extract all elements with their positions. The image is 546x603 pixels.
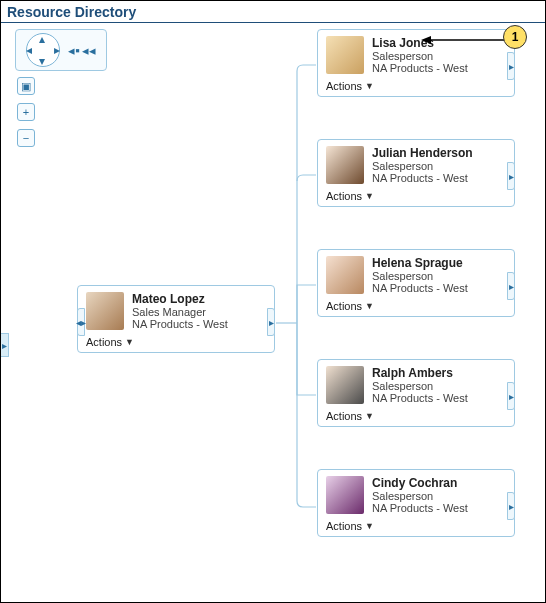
collapse-double-icon: ◂◂ [82,43,96,58]
expand-right-handle[interactable]: ▸ [507,492,515,520]
expand-right-handle[interactable]: ▸ [507,162,515,190]
person-location: NA Products - West [372,282,506,294]
chevron-right-icon: ▸ [509,281,514,292]
person-name: Lisa Jones [372,36,506,50]
panel-collapse-handle[interactable]: ▸ [1,333,9,357]
actions-label: Actions [326,80,362,92]
chevron-right-icon: ▸ [509,61,514,72]
person-role: Salesperson [372,270,506,282]
avatar [326,476,364,514]
pan-right-icon: ▸ [54,43,60,57]
zoom-controls: ▣ + − [17,77,37,147]
person-role: Salesperson [372,380,506,392]
report-card[interactable]: Ralph Ambers Salesperson NA Products - W… [317,359,515,427]
zoom-fit-button[interactable]: ▣ [17,77,35,95]
report-card[interactable]: Helena Sprague Salesperson NA Products -… [317,249,515,317]
chevron-right-icon: ▸ [509,171,514,182]
annotation-badge: 1 [503,25,527,49]
chevron-right-icon: ▸ [509,501,514,512]
actions-menu[interactable]: Actions ▼ [326,300,374,312]
person-role: Salesperson [372,50,506,62]
person-location: NA Products - West [372,62,506,74]
person-role: Sales Manager [132,306,266,318]
expand-right-handle[interactable]: ▸ [507,52,515,80]
avatar [326,36,364,74]
report-card[interactable]: Julian Henderson Salesperson NA Products… [317,139,515,207]
person-location: NA Products - West [372,392,506,404]
manager-card[interactable]: ◂▸ Mateo Lopez Sales Manager NA Products… [77,285,275,353]
pan-left-icon: ◂ [26,43,32,57]
chevron-right-icon: ▸ [269,317,274,328]
actions-label: Actions [326,520,362,532]
actions-menu[interactable]: Actions ▼ [326,410,374,422]
panel-title: Resource Directory [1,1,545,23]
pan-control[interactable]: ▴ ▾ ◂ ▸ [26,33,60,67]
expand-right-handle[interactable]: ▸ [507,272,515,300]
fit-icon: ▣ [21,80,31,93]
chevron-right-icon: ▸ [2,340,7,351]
chevron-down-icon: ▼ [365,521,374,531]
report-card[interactable]: Lisa Jones Salesperson NA Products - Wes… [317,29,515,97]
report-card[interactable]: Cindy Cochran Salesperson NA Products - … [317,469,515,537]
collapse-icon: ◂▪ [68,43,80,58]
resource-directory-panel: Resource Directory ▴ ▾ ◂ ▸ ◂▪ ◂◂ ▣ + − ▸ [0,0,546,603]
actions-label: Actions [326,300,362,312]
zoom-in-button[interactable]: + [17,103,35,121]
chevron-down-icon: ▼ [365,301,374,311]
actions-label: Actions [86,336,122,348]
actions-menu[interactable]: Actions ▼ [326,190,374,202]
chevron-left-icon: ◂▸ [76,317,86,328]
org-chart-canvas: ▴ ▾ ◂ ▸ ◂▪ ◂◂ ▣ + − ▸ [1,23,545,600]
person-location: NA Products - West [372,502,506,514]
expand-right-handle[interactable]: ▸ [267,308,275,336]
actions-menu[interactable]: Actions ▼ [326,520,374,532]
avatar [326,256,364,294]
avatar [86,292,124,330]
chevron-down-icon: ▼ [125,337,134,347]
person-name: Ralph Ambers [372,366,506,380]
person-name: Julian Henderson [372,146,506,160]
person-role: Salesperson [372,490,506,502]
person-location: NA Products - West [132,318,266,330]
chevron-down-icon: ▼ [365,191,374,201]
avatar [326,146,364,184]
plus-icon: + [23,106,29,118]
person-name: Cindy Cochran [372,476,506,490]
actions-menu[interactable]: Actions ▼ [326,80,374,92]
collapse-tree-button[interactable]: ◂▪ ◂◂ [68,43,96,58]
person-role: Salesperson [372,160,506,172]
chevron-down-icon: ▼ [365,411,374,421]
minus-icon: − [23,132,29,144]
actions-label: Actions [326,410,362,422]
expand-right-handle[interactable]: ▸ [507,382,515,410]
actions-label: Actions [326,190,362,202]
zoom-out-button[interactable]: − [17,129,35,147]
avatar [326,366,364,404]
nav-toolbar: ▴ ▾ ◂ ▸ ◂▪ ◂◂ [15,29,107,71]
pan-up-icon: ▴ [39,32,45,46]
pan-down-icon: ▾ [39,54,45,68]
annotation-number: 1 [512,30,519,44]
chevron-right-icon: ▸ [509,391,514,402]
person-name: Helena Sprague [372,256,506,270]
collapse-left-handle[interactable]: ◂▸ [77,308,85,336]
chevron-down-icon: ▼ [365,81,374,91]
person-location: NA Products - West [372,172,506,184]
actions-menu[interactable]: Actions ▼ [86,336,134,348]
person-name: Mateo Lopez [132,292,266,306]
